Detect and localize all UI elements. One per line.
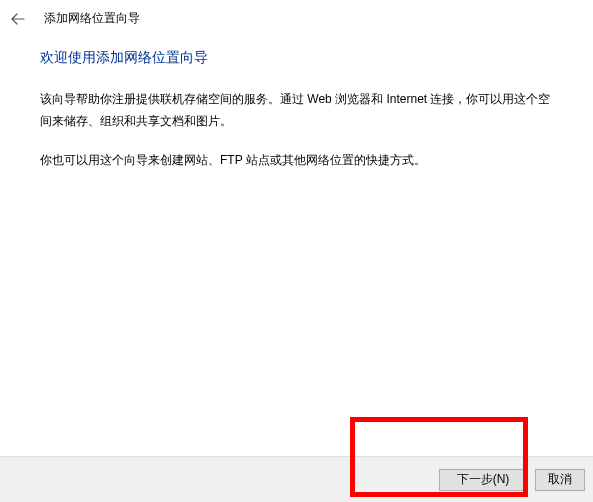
wizard-header: 添加网络位置向导 bbox=[0, 0, 593, 31]
back-arrow-icon[interactable] bbox=[10, 11, 26, 27]
description-paragraph-2: 你也可以用这个向导来创建网站、FTP 站点或其他网络位置的快捷方式。 bbox=[40, 150, 553, 172]
description-paragraph-1: 该向导帮助你注册提供联机存储空间的服务。通过 Web 浏览器和 Internet… bbox=[40, 89, 553, 132]
wizard-content: 欢迎使用添加网络位置向导 该向导帮助你注册提供联机存储空间的服务。通过 Web … bbox=[0, 31, 593, 172]
next-button[interactable]: 下一步(N) bbox=[439, 469, 527, 491]
welcome-title: 欢迎使用添加网络位置向导 bbox=[40, 49, 553, 67]
header-title: 添加网络位置向导 bbox=[44, 10, 140, 27]
wizard-footer: 下一步(N) 取消 bbox=[0, 456, 593, 502]
cancel-button[interactable]: 取消 bbox=[535, 469, 585, 491]
